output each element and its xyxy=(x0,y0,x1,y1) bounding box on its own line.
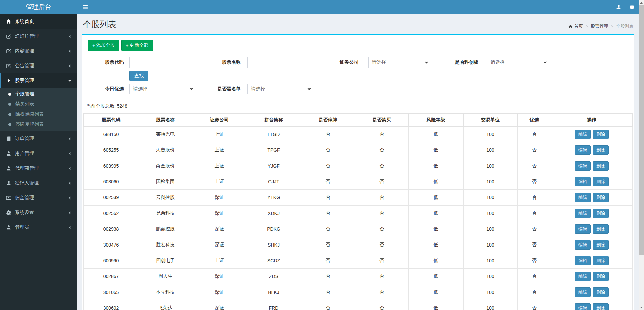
sidebar-item-slides[interactable]: 幻灯片管理 xyxy=(0,29,77,44)
sidebar-item-label: 公告管理 xyxy=(15,63,68,69)
delete-button[interactable]: 删除 xyxy=(593,130,609,139)
user-menu-button[interactable] xyxy=(612,0,625,14)
cell-broker: 深证 xyxy=(192,284,247,300)
sidebar-item-content[interactable]: 内容管理 xyxy=(0,44,77,58)
cell-broker: 深证 xyxy=(192,206,247,221)
sidebar-item-label: 内容管理 xyxy=(15,48,68,54)
delete-button[interactable]: 删除 xyxy=(593,303,609,310)
breadcrumb-item-1[interactable]: 股票管理 xyxy=(591,23,608,29)
column-header-broker: 证券公司 xyxy=(192,114,247,127)
breadcrumb-item-0[interactable]: 首页 xyxy=(568,23,583,29)
chevron-down-icon xyxy=(189,87,194,92)
edit-button[interactable]: 编辑 xyxy=(575,287,591,297)
edit-button[interactable]: 编辑 xyxy=(575,177,591,186)
cell-forbidden: 否 xyxy=(355,237,409,253)
cell-preferred: 否 xyxy=(518,158,551,174)
scrollbar-up-arrow[interactable] xyxy=(639,0,644,5)
user-icon xyxy=(6,180,11,186)
breadcrumb-label: 首页 xyxy=(574,23,583,29)
sidebar-subitem-label: 除权除息列表 xyxy=(15,111,72,117)
chevron-down-icon xyxy=(68,79,72,83)
table-header-row: 股票代码股票名称证券公司拼音简称是否停牌是否禁买风险等级交易单位优选操作 xyxy=(84,114,633,127)
sidebar-menu: 系统首页幻灯片管理内容管理公告管理股票管理个股管理禁买列表除权除息列表停牌复牌列… xyxy=(0,14,77,235)
chevron-down-icon xyxy=(543,60,548,65)
edit-button[interactable]: 编辑 xyxy=(575,209,591,218)
edit-button[interactable]: 编辑 xyxy=(575,130,591,139)
edit-button[interactable]: 编辑 xyxy=(575,224,591,234)
sidebar-subitem-suspend-list[interactable]: 停牌复牌列表 xyxy=(0,119,77,129)
star-market-select[interactable]: 请选择 xyxy=(487,57,550,68)
delete-button[interactable]: 删除 xyxy=(593,145,609,155)
edit-button[interactable]: 编辑 xyxy=(575,256,591,265)
breadcrumb: 首页>股票管理>个股列表 xyxy=(568,23,633,29)
edit-button[interactable]: 编辑 xyxy=(575,145,591,155)
sidebar-item-agents[interactable]: 代理商管理 xyxy=(0,161,77,176)
cell-actions: 编辑删除 xyxy=(551,253,633,269)
today-preferred-select[interactable]: 请选择 xyxy=(129,84,196,94)
cell-stock-name: 本立科技 xyxy=(139,284,192,300)
cell-actions: 编辑删除 xyxy=(551,284,633,300)
sidebar-item-home[interactable]: 系统首页 xyxy=(0,14,77,29)
cell-preferred: 否 xyxy=(518,300,551,310)
edit-button[interactable]: 编辑 xyxy=(575,272,591,281)
cell-broker: 深证 xyxy=(192,237,247,253)
cell-stock-name: 四创电子 xyxy=(139,253,192,269)
sidebar-item-orders[interactable]: 订单管理 xyxy=(0,131,77,146)
sidebar-item-settings[interactable]: 系统设置 xyxy=(0,205,77,220)
app-logo[interactable]: 管理后台 xyxy=(0,0,77,14)
sidebar-subitem-stock-manage[interactable]: 个股管理 xyxy=(0,89,77,99)
delete-button[interactable]: 删除 xyxy=(593,193,609,202)
sidebar-item-label: 佣金管理 xyxy=(15,195,68,201)
sidebar-toggle-button[interactable] xyxy=(77,0,93,14)
sidebar-item-stocks[interactable]: 股票管理 xyxy=(0,73,77,88)
sidebar-subitem-forbidden-list[interactable]: 禁买列表 xyxy=(0,99,77,109)
logout-button[interactable] xyxy=(625,0,639,14)
sidebar-subitem-xr-xd-list[interactable]: 除权除息列表 xyxy=(0,109,77,119)
cell-stock-code: 002938 xyxy=(84,221,139,237)
stock-code-input[interactable] xyxy=(129,57,196,68)
sidebar-item-users[interactable]: 用户管理 xyxy=(0,146,77,161)
blacklist-select[interactable]: 请选择 xyxy=(247,84,314,94)
cell-stock-code: 605255 xyxy=(84,142,139,158)
scrollbar-down-arrow[interactable] xyxy=(639,305,644,310)
broker-select[interactable]: 请选择 xyxy=(368,57,431,68)
scrollbar-thumb[interactable] xyxy=(639,5,644,255)
blacklist-select-value: 请选择 xyxy=(251,86,265,92)
delete-button[interactable]: 删除 xyxy=(593,209,609,218)
update-all-button[interactable]: 更新全部 xyxy=(121,40,153,51)
sidebar-item-admins[interactable]: 管理员 xyxy=(0,220,77,235)
sidebar-item-commission[interactable]: 佣金管理 xyxy=(0,190,77,205)
edit-button[interactable]: 编辑 xyxy=(575,303,591,310)
delete-button[interactable]: 删除 xyxy=(593,177,609,186)
cell-preferred: 否 xyxy=(518,269,551,284)
edit-button[interactable]: 编辑 xyxy=(575,193,591,202)
edit-button[interactable]: 编辑 xyxy=(575,240,591,250)
cell-pinyin: SCDZ xyxy=(247,253,301,269)
delete-button[interactable]: 删除 xyxy=(593,256,609,265)
content-area: 个股列表 首页>股票管理>个股列表 添加个股 更新全部 股票代码 股票名称 证券… xyxy=(77,14,639,310)
cell-stock-code: 603060 xyxy=(84,174,139,190)
edit-button[interactable]: 编辑 xyxy=(575,161,591,171)
blacklist-label: 是否黑名单 xyxy=(196,86,244,92)
navbar-right xyxy=(612,0,639,14)
add-stock-button[interactable]: 添加个股 xyxy=(88,40,119,51)
sidebar-item-notice[interactable]: 公告管理 xyxy=(0,58,77,73)
cell-stock-name: 甬金股份 xyxy=(139,158,192,174)
user-icon xyxy=(6,151,11,156)
power-off-icon xyxy=(629,4,635,10)
delete-button[interactable]: 删除 xyxy=(593,272,609,281)
breadcrumb-item-2: 个股列表 xyxy=(616,23,633,29)
delete-button[interactable]: 删除 xyxy=(593,287,609,297)
stock-name-input[interactable] xyxy=(247,57,314,68)
sidebar-item-label: 系统首页 xyxy=(15,18,72,25)
delete-button[interactable]: 删除 xyxy=(593,240,609,250)
search-button[interactable]: 查找 xyxy=(129,71,148,81)
delete-button[interactable]: 删除 xyxy=(593,161,609,171)
sidebar-item-brokers[interactable]: 经纪人管理 xyxy=(0,176,77,190)
column-header-actions: 操作 xyxy=(551,114,633,127)
cell-forbidden: 否 xyxy=(355,142,409,158)
cell-suspended: 否 xyxy=(301,284,355,300)
cell-broker: 深证 xyxy=(192,269,247,284)
delete-button[interactable]: 删除 xyxy=(593,224,609,234)
cell-broker: 上证 xyxy=(192,253,247,269)
